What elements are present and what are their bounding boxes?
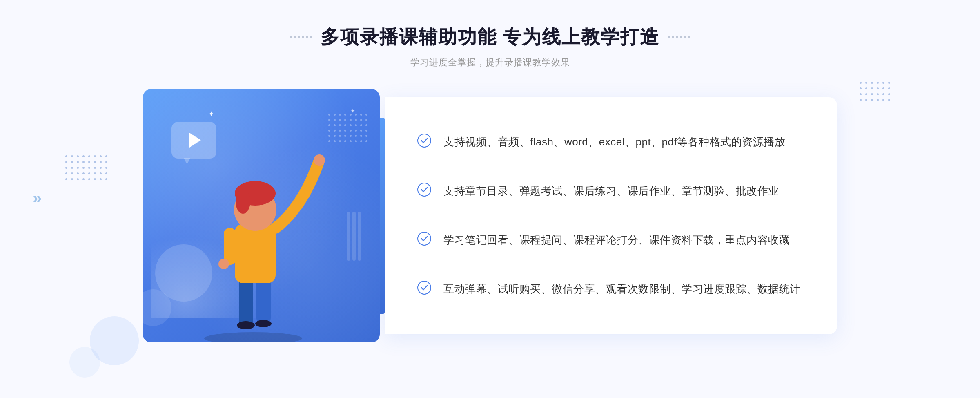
page-chevrons-left: » <box>33 188 53 210</box>
illus-dots <box>328 114 368 142</box>
feature-item-2: 支持章节目录、弹题考试、课后练习、课后作业、章节测验、批改作业 <box>417 183 804 200</box>
feature-text-3: 学习笔记回看、课程提问、课程评论打分、课件资料下载，重点内容收藏 <box>443 232 790 249</box>
title-row: 多项录播课辅助功能 专为线上教学打造 <box>290 25 691 50</box>
feature-text-4: 互动弹幕、试听购买、微信分享、观看次数限制、学习进度跟踪、数据统计 <box>443 281 801 298</box>
page-container: » 多项录播课辅助功能 专为线上教学打造 学习进度全掌握，提升录播课教学效果 <box>0 0 980 398</box>
svg-point-13 <box>236 189 250 214</box>
header-section: 多项录播课辅助功能 专为线上教学打造 学习进度全掌握，提升录播课教学效果 <box>290 25 691 69</box>
stripes-decoration <box>347 212 372 261</box>
svg-rect-5 <box>239 277 253 326</box>
svg-rect-2 <box>352 212 356 261</box>
svg-rect-3 <box>358 212 361 261</box>
star-sparkle-left: ✦ <box>208 110 214 119</box>
feature-item-4: 互动弹幕、试听购买、微信分享、观看次数限制、学习进度跟踪、数据统计 <box>417 281 804 298</box>
illustration-card: ✦ ✦ <box>143 89 380 342</box>
person-illustration <box>176 130 331 342</box>
check-icon-2 <box>417 183 431 197</box>
svg-point-8 <box>255 320 272 327</box>
dots-decoration-left <box>65 155 107 180</box>
subtitle: 学习进度全掌握，提升录播课教学效果 <box>290 56 691 69</box>
svg-point-4 <box>204 332 302 342</box>
content-area: ✦ ✦ <box>143 89 837 342</box>
svg-rect-1 <box>347 212 350 261</box>
svg-point-14 <box>314 154 325 166</box>
check-icon-4 <box>417 281 431 295</box>
title-decoration-right <box>668 36 690 38</box>
features-card: 支持视频、音频、flash、word、excel、ppt、pdf等各种格式的资源… <box>385 97 837 334</box>
check-icon-1 <box>417 134 431 148</box>
svg-text:»: » <box>33 189 42 207</box>
svg-rect-9 <box>235 224 276 283</box>
feature-text-1: 支持视频、音频、flash、word、excel、ppt、pdf等各种格式的资源… <box>443 134 785 151</box>
feature-text-2: 支持章节目录、弹题考试、课后练习、课后作业、章节测验、批改作业 <box>443 183 779 200</box>
svg-point-15 <box>218 259 229 269</box>
check-icon-3 <box>417 232 431 246</box>
star-sparkle-right: ✦ <box>350 107 355 114</box>
svg-point-7 <box>237 321 255 329</box>
feature-item-3: 学习笔记回看、课程提问、课程评论打分、课件资料下载，重点内容收藏 <box>417 232 804 249</box>
svg-rect-6 <box>256 277 271 324</box>
dots-decoration-right <box>860 82 890 101</box>
bottom-circle-small <box>69 347 100 378</box>
title-decoration-left <box>290 36 312 38</box>
feature-item-1: 支持视频、音频、flash、word、excel、ppt、pdf等各种格式的资源… <box>417 134 804 151</box>
main-title: 多项录播课辅助功能 专为线上教学打造 <box>321 25 660 50</box>
